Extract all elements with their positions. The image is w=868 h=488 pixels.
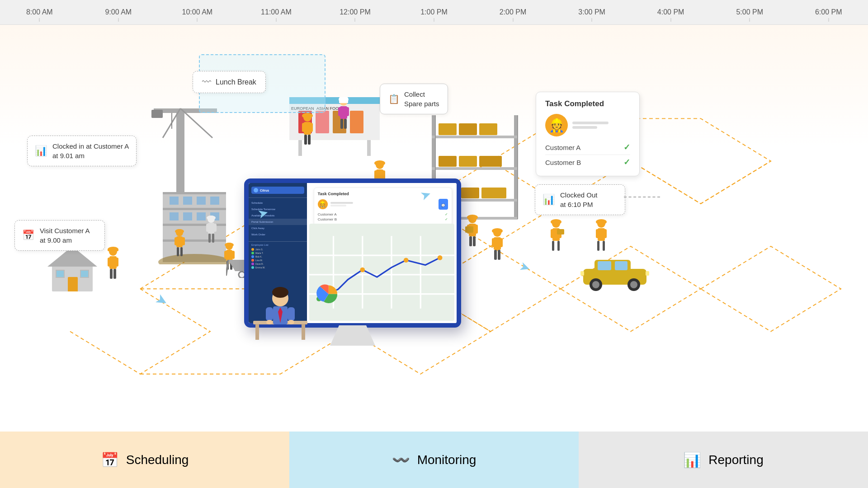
svg-rect-108 bbox=[473, 236, 476, 246]
svg-point-163 bbox=[630, 281, 637, 288]
worker-end bbox=[592, 219, 610, 260]
clock-out-icon: 📊 bbox=[542, 194, 555, 206]
svg-point-138 bbox=[266, 320, 273, 324]
worker-food bbox=[335, 97, 353, 138]
svg-rect-7 bbox=[108, 249, 118, 251]
svg-rect-132 bbox=[302, 324, 305, 340]
svg-rect-20 bbox=[170, 197, 179, 205]
svg-rect-98 bbox=[461, 188, 479, 198]
timeline-header: 8:00 AM 9:00 AM 10:00 AM 11:00 AM 12:00 … bbox=[0, 0, 868, 25]
svg-rect-113 bbox=[492, 238, 495, 247]
monitoring-label: Monitoring bbox=[417, 453, 476, 467]
svg-point-103 bbox=[467, 215, 478, 220]
svg-rect-32 bbox=[175, 237, 178, 245]
arrow-1: ➤ bbox=[152, 290, 171, 310]
svg-rect-148 bbox=[557, 229, 564, 235]
svg-point-111 bbox=[492, 228, 503, 234]
svg-rect-131 bbox=[255, 324, 259, 340]
svg-point-128 bbox=[438, 255, 443, 260]
svg-rect-88 bbox=[432, 167, 518, 170]
svg-rect-158 bbox=[598, 261, 611, 270]
clock-in-icon: 📊 bbox=[35, 145, 47, 157]
svg-rect-34 bbox=[177, 247, 179, 256]
svg-point-44 bbox=[225, 243, 234, 247]
svg-rect-67 bbox=[340, 119, 343, 129]
svg-rect-17 bbox=[163, 208, 226, 210]
worker-right-1 bbox=[547, 219, 565, 260]
svg-rect-115 bbox=[494, 250, 497, 260]
footer-scheduling[interactable]: 📅 Scheduling bbox=[0, 432, 289, 488]
svg-rect-41 bbox=[208, 234, 211, 243]
footer: 📅 Scheduling 〰️ Monitoring 📊 Reporting bbox=[0, 432, 868, 488]
svg-rect-153 bbox=[603, 229, 607, 238]
clockout-dashed-line bbox=[624, 197, 660, 197]
svg-rect-159 bbox=[615, 261, 627, 270]
worker-construction-1 bbox=[172, 228, 188, 262]
time-11am: 11:00 AM bbox=[237, 8, 316, 16]
svg-point-150 bbox=[596, 219, 607, 225]
svg-rect-3 bbox=[115, 258, 118, 267]
svg-rect-65 bbox=[338, 107, 342, 116]
car bbox=[579, 255, 651, 291]
lunch-break-card: 〰 Lunch Break bbox=[193, 71, 266, 93]
svg-point-140 bbox=[272, 287, 288, 298]
svg-rect-92 bbox=[459, 123, 477, 135]
worker-house bbox=[104, 246, 122, 287]
customer-b-check: ✓ bbox=[623, 157, 630, 167]
svg-rect-35 bbox=[180, 247, 183, 256]
house-building bbox=[47, 246, 97, 291]
clock-out-text: Clocked Out at 6:10 PM bbox=[560, 190, 598, 209]
customer-a-check: ✓ bbox=[623, 142, 630, 152]
monitoring-icon: 〰️ bbox=[392, 451, 410, 469]
svg-rect-76 bbox=[304, 135, 307, 145]
svg-rect-91 bbox=[439, 123, 457, 135]
svg-rect-77 bbox=[308, 135, 311, 145]
svg-point-126 bbox=[360, 267, 365, 272]
footer-reporting[interactable]: 📊 Reporting bbox=[579, 432, 868, 488]
svg-rect-154 bbox=[597, 241, 599, 251]
svg-point-79 bbox=[374, 160, 385, 166]
time-8am: 8:00 AM bbox=[0, 8, 79, 16]
visit-text: Visit Customer A at 9.00 am bbox=[40, 226, 90, 245]
svg-rect-14 bbox=[151, 110, 163, 118]
svg-rect-62 bbox=[367, 140, 371, 156]
svg-rect-70 bbox=[339, 99, 348, 103]
svg-rect-87 bbox=[432, 136, 518, 138]
svg-rect-24 bbox=[170, 212, 179, 221]
svg-rect-75 bbox=[309, 123, 313, 132]
scheduling-label: Scheduling bbox=[126, 453, 189, 467]
svg-point-30 bbox=[175, 229, 184, 234]
task-line-2 bbox=[572, 126, 597, 129]
reporting-label: Reporting bbox=[708, 453, 763, 467]
time-4pm: 4:00 PM bbox=[631, 8, 710, 16]
svg-point-161 bbox=[592, 281, 599, 288]
svg-rect-93 bbox=[479, 123, 497, 135]
lunch-label: Lunch Break bbox=[216, 78, 256, 86]
footer-monitoring[interactable]: 〰️ Monitoring bbox=[289, 432, 579, 488]
task-avatar: 👷 bbox=[545, 114, 568, 136]
arrow-4: ➤ bbox=[518, 258, 533, 276]
task-lines bbox=[572, 122, 609, 129]
customer-a-label: Customer A bbox=[545, 144, 580, 151]
house-door bbox=[68, 277, 78, 291]
clock-in-text: Clocked in at Customer A at 9.01 am bbox=[52, 141, 129, 160]
svg-rect-2 bbox=[108, 258, 111, 267]
task-customer-b-row: Customer B ✓ bbox=[545, 156, 630, 169]
svg-rect-5 bbox=[113, 269, 116, 279]
time-6pm: 6:00 PM bbox=[789, 8, 868, 16]
svg-rect-40 bbox=[213, 224, 217, 232]
svg-rect-21 bbox=[183, 197, 192, 205]
house-window-left bbox=[56, 270, 65, 278]
task-card-header: 👷 bbox=[545, 114, 630, 136]
svg-point-72 bbox=[302, 113, 313, 118]
house-window-right bbox=[80, 270, 89, 278]
clock-out-card: 📊 Clocked Out at 6:10 PM bbox=[535, 184, 625, 215]
svg-rect-95 bbox=[459, 156, 477, 167]
time-9am: 9:00 AM bbox=[79, 8, 158, 16]
task-completed-title: Task Completed bbox=[545, 99, 630, 108]
time-12pm: 12:00 PM bbox=[316, 8, 395, 16]
svg-rect-107 bbox=[469, 236, 472, 246]
svg-rect-164 bbox=[646, 271, 649, 276]
worker-food-2 bbox=[298, 113, 316, 154]
time-10am: 10:00 AM bbox=[158, 8, 237, 16]
